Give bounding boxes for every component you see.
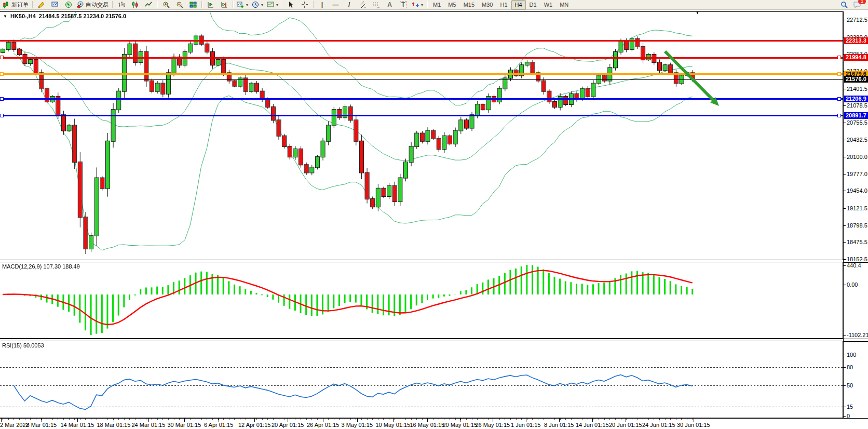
timeframe-w1-button[interactable]: W1: [540, 0, 557, 10]
time-minor-tick: [521, 419, 522, 420]
chart-shift-marker[interactable]: ▼: [695, 10, 700, 15]
tile-windows-button[interactable]: [186, 0, 199, 10]
chart-title: ▼ HK50-,H4 21484.5 21587.5 21234.0 21576…: [3, 13, 126, 19]
time-minor-tick: [279, 419, 279, 420]
timeframe-m15-button[interactable]: M15: [460, 0, 478, 10]
signals-button[interactable]: [62, 0, 75, 10]
collapse-triangle-icon[interactable]: ▼: [3, 14, 7, 19]
equidistant-channel-icon: [359, 1, 367, 8]
price-tick-label: 19454.0: [847, 187, 867, 194]
time-axis-label: 12 Apr 01:15: [238, 422, 270, 428]
rsi-canvas[interactable]: [0, 341, 843, 418]
candlestick-chart-button[interactable]: [128, 0, 141, 10]
time-minor-tick: [405, 419, 406, 420]
trendline-icon: /: [348, 2, 350, 8]
line-handle[interactable]: [837, 114, 841, 117]
time-minor-tick: [560, 419, 561, 420]
time-minor-tick: [632, 419, 632, 420]
price-axis[interactable]: 22712.522380.022057.021734.021401.521078…: [843, 11, 868, 418]
trendline-tool[interactable]: /: [343, 0, 356, 10]
time-axis-label: 2 Mar 2022: [0, 422, 29, 428]
price-chart-canvas[interactable]: [0, 11, 843, 260]
time-minor-tick: [527, 419, 527, 420]
chart-profile-dropdown[interactable]: ▾: [265, 0, 280, 10]
line-handle[interactable]: [0, 56, 4, 59]
chat-button[interactable]: 1: [851, 0, 864, 10]
time-axis-label: 6 Apr 01:15: [204, 422, 233, 428]
line-handle[interactable]: [837, 56, 841, 59]
periods-dropdown[interactable]: ▾: [250, 0, 265, 10]
zoom-in-icon: [162, 1, 170, 8]
time-minor-tick: [339, 419, 340, 420]
timeframe-m5-button[interactable]: M5: [444, 0, 459, 10]
search-button[interactable]: [837, 0, 850, 10]
auto-scroll-button[interactable]: [204, 0, 217, 10]
timeframe-h1-button[interactable]: H1: [496, 0, 511, 10]
time-axis-label: 30 Mar 01:15: [168, 422, 201, 428]
time-minor-tick: [25, 419, 25, 420]
axis-tick: [844, 174, 846, 175]
time-minor-tick: [118, 419, 119, 420]
toolbar-separator: [313, 1, 314, 8]
time-minor-tick: [174, 419, 174, 420]
indicators-dropdown[interactable]: ▾: [235, 0, 250, 10]
time-minor-tick: [345, 419, 345, 420]
tile-windows-icon: [189, 1, 197, 8]
vertical-line-tool[interactable]: |: [316, 0, 329, 10]
time-minor-tick: [328, 419, 329, 420]
expert-advisors-button[interactable]: [48, 0, 61, 10]
metaeditor-button[interactable]: [35, 0, 48, 10]
line-handle[interactable]: [837, 72, 841, 76]
time-minor-tick: [681, 419, 682, 420]
axis-tick: [844, 367, 846, 368]
chart-shift-button[interactable]: [218, 0, 230, 10]
zoom-in-button[interactable]: [159, 0, 172, 10]
text-label-tool[interactable]: T: [397, 0, 410, 10]
timeframe-h4-button[interactable]: H4: [511, 0, 526, 10]
time-minor-tick: [422, 419, 423, 420]
line-handle[interactable]: [0, 72, 4, 76]
autotrading-icon: [77, 1, 84, 8]
axis-tick: [844, 157, 846, 157]
timeframe-m1-button[interactable]: M1: [429, 0, 444, 10]
line-handle[interactable]: [837, 97, 841, 101]
time-axis-label: 26 Apr 01:15: [307, 422, 339, 428]
time-axis[interactable]: 2 Mar 20228 Mar 01:1514 Mar 01:1518 Mar …: [0, 418, 868, 429]
new-order-icon: [3, 1, 10, 8]
equidistant-channel-tool[interactable]: [356, 0, 369, 10]
fibonacci-tool[interactable]: [370, 0, 383, 10]
line-handle[interactable]: [0, 114, 4, 117]
arrows-dropdown[interactable]: ▾: [410, 0, 425, 10]
time-minor-tick: [361, 419, 362, 420]
timeframe-m30-button[interactable]: M30: [478, 0, 496, 10]
line-chart-button[interactable]: [142, 0, 155, 10]
new-order-button[interactable]: 新订单: [1, 0, 30, 10]
expert-advisors-icon: [51, 1, 59, 8]
price-tick-label: 18798.5: [847, 222, 867, 229]
horizontal-line-tool[interactable]: —: [329, 0, 342, 10]
text-tool[interactable]: A: [383, 0, 396, 10]
time-minor-tick: [8, 419, 9, 420]
axis-tick: [844, 208, 846, 209]
time-axis-label: 30 Jun 01:15: [677, 422, 710, 428]
time-minor-tick: [433, 419, 433, 420]
timeframe-mn-button[interactable]: MN: [556, 0, 572, 10]
time-minor-tick: [416, 419, 417, 420]
macd-axis-label: -1102.21: [847, 332, 868, 338]
line-handle[interactable]: [0, 97, 4, 101]
time-minor-tick: [30, 419, 31, 420]
crosshair-tool-button[interactable]: [298, 0, 311, 10]
autotrading-button[interactable]: 自动交易: [75, 0, 110, 10]
cursor-tool-button[interactable]: [284, 0, 297, 10]
bar-chart-button[interactable]: [115, 0, 128, 10]
timeframe-d1-button[interactable]: D1: [526, 0, 540, 10]
time-minor-tick: [659, 419, 660, 420]
time-minor-tick: [549, 419, 549, 420]
zoom-out-button[interactable]: [173, 0, 186, 10]
time-axis-label: 10 May 01:15: [376, 422, 411, 428]
macd-canvas[interactable]: [0, 262, 843, 339]
auto-scroll-icon: [207, 1, 214, 8]
time-minor-tick: [615, 419, 616, 420]
fibonacci-icon: [373, 1, 380, 8]
time-minor-tick: [488, 419, 489, 420]
